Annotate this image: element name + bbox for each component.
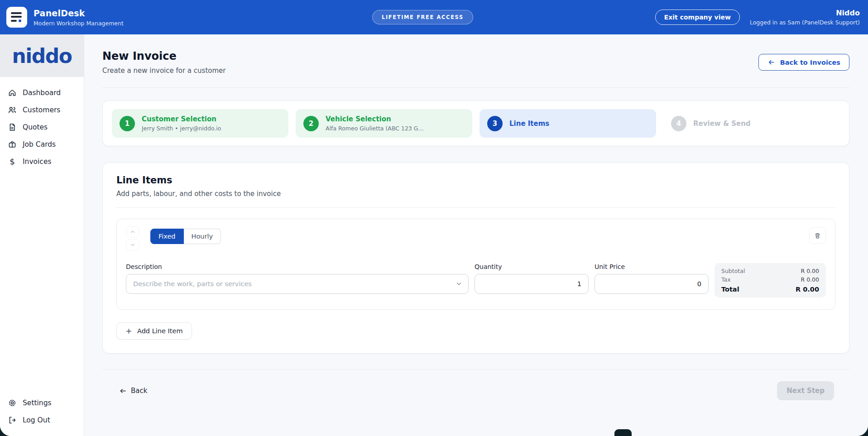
main-content: New Invoice Create a new invoice for a c… [84,34,868,436]
step-customer-selection[interactable]: 1 Customer Selection Jerry Smith • jerry… [112,109,288,138]
quantity-input[interactable] [475,274,589,294]
tax-row: Tax R 0.00 [721,276,819,283]
sidebar-item-customers[interactable]: Customers [0,101,84,119]
divider [116,207,835,208]
rate-type-hourly-button[interactable]: Hourly [184,229,221,244]
sidebar-item-dashboard[interactable]: Dashboard [0,84,84,101]
rate-type-fixed-button[interactable]: Fixed [150,229,184,244]
sidebar-item-label: Invoices [23,158,52,166]
step-title: Line Items [509,120,549,128]
add-line-item-button[interactable]: Add Line Item [116,322,192,340]
back-to-invoices-label: Back to Invoices [780,59,840,66]
sidebar-item-job-cards[interactable]: Job Cards [0,136,84,153]
line-items-card: Line Items Add parts, labour, and other … [102,163,849,354]
move-up-button[interactable] [126,226,139,237]
subtotal-row: Subtotal R 0.00 [721,268,819,274]
arrow-left-icon [119,387,127,395]
niddo-logo: niddo [0,34,84,77]
step-title: Customer Selection [142,115,221,123]
back-step-button[interactable]: Back [119,387,147,395]
line-items-subtitle: Add parts, labour, and other costs to th… [116,190,835,198]
logo-bar [11,20,17,22]
sidebar-item-label: Job Cards [23,140,56,149]
total-label: Total [721,286,739,293]
move-down-button[interactable] [126,240,139,250]
next-step-button[interactable]: Next Step [777,381,834,400]
add-line-item-label: Add Line Item [137,327,183,335]
step-indicator: 1 Customer Selection Jerry Smith • jerry… [112,109,840,138]
tax-value: R 0.00 [801,276,820,283]
sidebar: niddo Dashboard Customers [0,34,84,436]
sidebar-item-label: Settings [23,399,52,407]
rate-type-toggle: Fixed Hourly [150,229,221,244]
header-right: Exit company view Niddo Logged in as Sam… [655,9,860,26]
subtotal-value: R 0.00 [801,268,820,274]
back-step-label: Back [131,387,147,395]
sidebar-item-invoices[interactable]: $ Invoices [0,153,84,170]
logo-row [11,19,23,22]
step-number-badge: 2 [303,116,319,131]
logout-icon [8,416,17,425]
step-line-items[interactable]: 3 Line Items [480,109,656,138]
plus-icon [125,328,132,335]
sidebar-item-label: Customers [23,106,60,114]
app-tagline: Modern Workshop Management [34,20,124,27]
quantity-label: Quantity [475,263,589,270]
step-title: Vehicle Selection [326,115,424,123]
top-header: PanelDesk Modern Workshop Management LIF… [0,0,868,34]
sidebar-item-label: Dashboard [23,89,61,97]
line-item-row: Fixed Hourly Description [116,219,835,310]
step-review-send[interactable]: 4 Review & Send [663,109,840,138]
line-item-summary: Subtotal R 0.00 Tax R 0.00 Total R 0.00 [715,263,826,297]
sidebar-item-quotes[interactable]: Quotes [0,119,84,136]
wizard-footer: Back Next Step [102,369,849,400]
sidebar-item-log-out[interactable]: Log Out [0,412,84,429]
line-items-title: Line Items [116,175,835,186]
app-name: PanelDesk [34,8,124,18]
step-vehicle-selection[interactable]: 2 Vehicle Selection Alfa Romeo Giulietta… [296,109,472,138]
total-value: R 0.00 [796,286,819,293]
user-block: Niddo Logged in as Sam (PanelDesk Suppor… [750,9,860,26]
bottom-toast-corner [614,429,632,436]
subtotal-label: Subtotal [721,268,745,274]
home-icon [8,88,17,97]
arrow-left-icon [767,58,775,66]
page-title: New Invoice [102,50,225,62]
step-subtitle: Alfa Romeo Giulietta (ABC 123 G… [326,125,424,132]
total-row: Total R 0.00 [721,286,819,293]
delete-line-item-button[interactable] [809,227,826,244]
sidebar-item-label: Quotes [23,123,48,131]
page-header: New Invoice Create a new invoice for a c… [102,50,849,88]
logo-bar [11,12,22,14]
users-icon [8,105,17,115]
step-subtitle: Jerry Smith • jerry@niddo.io [142,125,221,132]
app-logo-icon[interactable] [6,7,27,28]
step-number-badge: 4 [671,116,686,131]
description-label: Description [126,263,469,270]
sidebar-item-settings[interactable]: Settings [0,394,84,412]
app-window: PanelDesk Modern Workshop Management LIF… [0,0,868,436]
company-name: Niddo [750,9,860,17]
page-subtitle: Create a new invoice for a customer [102,67,225,75]
tax-label: Tax [721,276,731,283]
step-number-badge: 1 [120,116,135,131]
unit-price-input[interactable] [595,274,709,294]
logo-dot [19,19,21,22]
unit-price-label: Unit Price [595,263,709,270]
sidebar-nav: Dashboard Customers Quotes [0,77,84,170]
back-to-invoices-button[interactable]: Back to Invoices [758,54,849,71]
document-icon [8,123,17,132]
step-number-badge: 3 [487,116,503,131]
sidebar-footer: Settings Log Out [0,391,84,436]
description-input[interactable] [126,274,469,294]
plan-badge: LIFETIME FREE ACCESS [372,10,473,24]
briefcase-icon [8,140,17,149]
gear-icon [8,398,17,407]
brand: PanelDesk Modern Workshop Management [6,7,124,28]
trash-icon [814,232,821,240]
sidebar-item-label: Log Out [23,416,50,424]
step-title: Review & Send [693,120,751,128]
logged-in-text: Logged in as Sam (PanelDesk Support) [750,19,860,26]
exit-company-view-button[interactable]: Exit company view [655,10,740,25]
dollar-icon: $ [8,157,17,166]
